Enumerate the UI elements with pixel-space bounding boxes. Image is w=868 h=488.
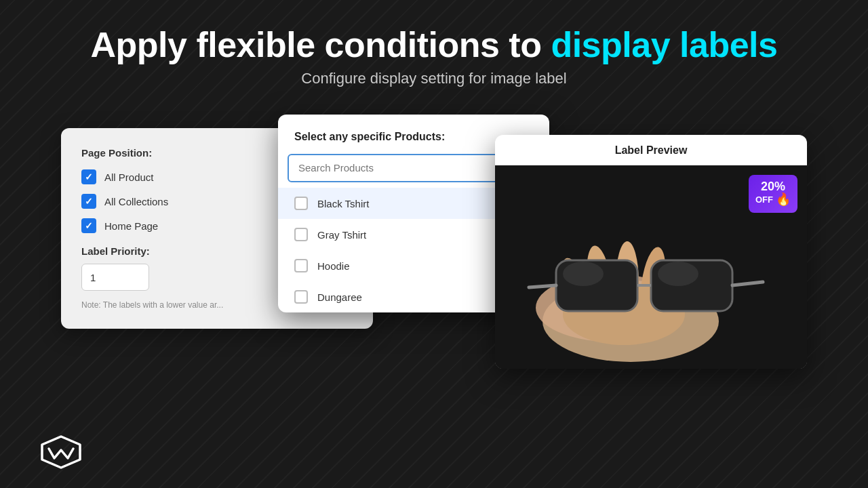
product-checkbox-black-tshirt[interactable] <box>294 197 308 210</box>
svg-line-14 <box>529 285 556 287</box>
company-logo-icon <box>41 435 81 469</box>
page-title: Apply flexible conditions to display lab… <box>91 26 778 64</box>
search-input[interactable] <box>298 162 529 174</box>
product-name-dungaree: Dungaree <box>317 291 362 303</box>
svg-point-13 <box>658 262 698 286</box>
product-name-gray-tshirt: Gray Tshirt <box>317 229 366 241</box>
product-name-hoodie: Hoodie <box>317 260 350 272</box>
priority-input[interactable] <box>81 264 149 291</box>
svg-point-12 <box>563 262 604 286</box>
title-highlight: display labels <box>551 25 777 64</box>
checkbox-home-page[interactable] <box>81 218 96 233</box>
page-content: Apply flexible conditions to display lab… <box>0 0 868 488</box>
bottom-logo <box>41 435 81 472</box>
checkbox-label-all-product: All Product <box>104 171 154 183</box>
product-checkbox-gray-tshirt[interactable] <box>294 228 308 241</box>
product-checkbox-dungaree[interactable] <box>294 290 308 304</box>
discount-badge: 20% OFF 🔥 <box>749 175 797 213</box>
page-subtitle: Configure display setting for image labe… <box>91 70 778 87</box>
badge-off: OFF 🔥 <box>755 192 791 207</box>
title-part1: Apply flexible conditions to <box>91 25 551 64</box>
product-name-black-tshirt: Black Tshirt <box>317 198 369 209</box>
label-preview-title: Label Preview <box>495 135 807 165</box>
checkbox-all-product[interactable] <box>81 169 96 184</box>
product-checkbox-hoodie[interactable] <box>294 259 308 272</box>
header: Apply flexible conditions to display lab… <box>91 0 778 87</box>
svg-marker-16 <box>42 436 80 468</box>
checkbox-all-collections[interactable] <box>81 194 96 209</box>
fire-icon: 🔥 <box>776 192 791 207</box>
checkbox-label-home-page: Home Page <box>104 220 158 232</box>
preview-image-area: 20% OFF 🔥 <box>495 165 807 369</box>
checkbox-label-all-collections: All Collections <box>104 196 168 207</box>
label-preview-card: Label Preview <box>495 135 807 369</box>
badge-percent: 20% <box>761 180 785 192</box>
cards-container: Page Position: All Product All Collectio… <box>61 115 807 406</box>
